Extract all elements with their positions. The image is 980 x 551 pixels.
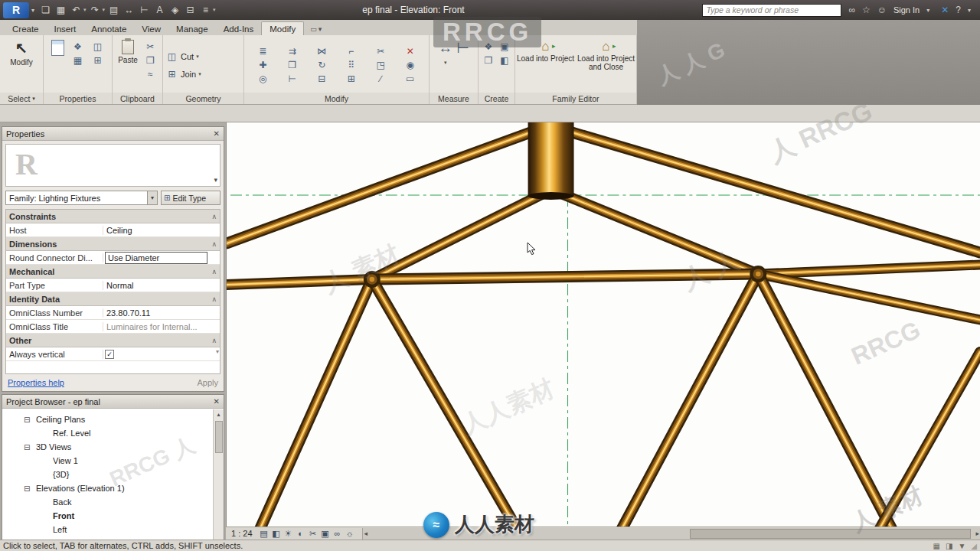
scrollbar-thumb[interactable]: [215, 421, 223, 453]
tree-item-left[interactable]: Left: [2, 523, 213, 536]
user-icon[interactable]: ☺: [877, 5, 887, 15]
type-preview[interactable]: R ▾: [5, 144, 220, 187]
panel-label-properties[interactable]: Properties: [44, 93, 113, 104]
match-type-icon[interactable]: ≈: [144, 68, 157, 80]
tree-item-view-1[interactable]: View 1: [2, 454, 213, 468]
tab-manage[interactable]: Manage: [168, 22, 216, 35]
create-component-icon[interactable]: ❖: [482, 41, 495, 53]
property-row-round-connector[interactable]: Round Connector Di... Use Diameter: [6, 251, 220, 265]
crop-view-icon[interactable]: ✂: [307, 528, 319, 540]
group-header-identity-data[interactable]: Identity Data ∧: [6, 292, 220, 306]
rotate-icon[interactable]: ↻: [309, 59, 335, 71]
measure-icon[interactable]: ↔: [122, 3, 136, 17]
detail-level-icon[interactable]: ▤: [258, 528, 270, 540]
measure-button[interactable]: ↔ ▾: [438, 37, 452, 67]
properties-help-link[interactable]: Properties help: [8, 378, 64, 387]
grid-scroll-down-icon[interactable]: ▾: [216, 348, 219, 355]
default-3d-view-icon[interactable]: ◈: [168, 3, 181, 17]
search-input[interactable]: [702, 4, 841, 17]
preview-caret-icon[interactable]: ▾: [214, 176, 217, 184]
copy-icon[interactable]: ❐: [280, 59, 305, 71]
tree-item-elevations[interactable]: ⊟ Elevations (Elevation 1): [2, 481, 213, 495]
apply-button[interactable]: Apply: [197, 378, 218, 387]
project-browser-header[interactable]: Project Browser - ep final ✕: [2, 395, 224, 409]
hide-isolate-icon[interactable]: ∞: [332, 528, 344, 540]
collapse-chevron-icon[interactable]: ∧: [211, 268, 217, 276]
property-row-host[interactable]: Host Ceiling: [6, 223, 220, 237]
tab-create[interactable]: Create: [5, 22, 47, 35]
help-caret-icon[interactable]: ▾: [968, 7, 971, 14]
tree-item-back[interactable]: Back: [2, 495, 213, 509]
sign-in-caret-icon[interactable]: ▾: [926, 7, 929, 14]
group-header-mechanical[interactable]: Mechanical ∧: [6, 265, 220, 279]
properties-close-icon[interactable]: ✕: [214, 129, 220, 138]
panel-label-measure[interactable]: Measure: [430, 93, 479, 104]
collapse-chevron-icon[interactable]: ∧: [211, 213, 217, 220]
create-similar-icon[interactable]: ❐: [482, 54, 495, 67]
properties-button[interactable]: [51, 37, 64, 56]
redo-caret-icon[interactable]: ▾: [103, 7, 106, 13]
align-icon[interactable]: ≣: [250, 45, 276, 57]
copy-to-clipboard-icon[interactable]: ❐: [144, 54, 157, 67]
group-header-dimensions[interactable]: Dimensions ∧: [6, 237, 220, 251]
scroll-up-icon[interactable]: ▴: [217, 409, 220, 419]
project-browser-close-icon[interactable]: ✕: [214, 397, 220, 406]
panel-label-family-editor[interactable]: Family Editor: [515, 93, 637, 104]
unpin-icon[interactable]: ◎: [250, 73, 276, 85]
print-icon[interactable]: ▤: [107, 3, 120, 17]
open-icon[interactable]: ❏: [39, 3, 52, 17]
redo-icon[interactable]: ↷: [89, 3, 102, 17]
tree-item-front[interactable]: Front: [2, 509, 213, 523]
tree-item-ref-level[interactable]: Ref. Level: [2, 426, 213, 440]
shadows-icon[interactable]: ◐: [295, 528, 307, 540]
create-group-icon[interactable]: ▣: [498, 41, 511, 53]
tree-item-3d-views[interactable]: ⊟ 3D Views: [2, 440, 213, 454]
search-binoculars-icon[interactable]: ∞: [848, 5, 855, 15]
split-icon[interactable]: ✂: [368, 45, 394, 57]
modify-button[interactable]: ↖ Modify: [10, 37, 32, 67]
load-into-project-button[interactable]: ⌂▸ Load into Project: [516, 37, 575, 63]
scroll-left-icon[interactable]: ◂: [364, 528, 368, 540]
extend-icon[interactable]: ⊢: [280, 73, 305, 85]
cut-geometry-button[interactable]: ◫ Cut ▾: [163, 47, 243, 65]
undo-icon[interactable]: ↶: [70, 3, 83, 17]
collapse-chevron-icon[interactable]: ∧: [211, 337, 217, 344]
hscrollbar-thumb[interactable]: [690, 529, 971, 539]
tree-item-3d[interactable]: {3D}: [2, 468, 213, 481]
tab-insert[interactable]: Insert: [47, 22, 84, 35]
join-icon[interactable]: ⊞: [339, 73, 364, 85]
sun-path-icon[interactable]: ☀: [283, 528, 295, 540]
section-box-icon[interactable]: ⊟: [309, 73, 335, 85]
tab-addins[interactable]: Add-Ins: [216, 22, 262, 35]
properties-palette-header[interactable]: Properties ✕: [2, 127, 224, 141]
paste-button[interactable]: Paste: [118, 37, 138, 64]
tab-annotate[interactable]: Annotate: [83, 22, 134, 35]
type-selector[interactable]: Family: Lighting Fixtures ▾: [5, 191, 158, 205]
worksets-icon[interactable]: ▦: [933, 542, 939, 550]
app-menu-caret-icon[interactable]: ▾: [31, 7, 34, 14]
reveal-hidden-icon[interactable]: ☼: [344, 528, 356, 540]
qat-customize-caret-icon[interactable]: ▾: [213, 7, 216, 13]
tab-view[interactable]: View: [134, 22, 168, 35]
browser-scrollbar[interactable]: ▴ ▾: [213, 409, 224, 549]
thin-lines-icon[interactable]: ≡: [199, 3, 212, 17]
panel-label-select[interactable]: Select ▾: [0, 93, 44, 104]
delete-icon[interactable]: ✕: [398, 45, 423, 57]
panel-label-modify[interactable]: Modify: [244, 93, 430, 104]
group-header-constraints[interactable]: Constraints ∧: [6, 210, 220, 223]
text-icon[interactable]: A: [153, 3, 166, 17]
favorites-star-icon[interactable]: ☆: [862, 5, 871, 15]
create-void-icon[interactable]: ◧: [498, 54, 511, 67]
drawing-area[interactable]: [226, 122, 980, 527]
tree-collapse-icon[interactable]: ⊟: [24, 443, 30, 452]
property-row-always-vertical[interactable]: Always vertical ✓: [6, 347, 220, 361]
save-icon[interactable]: ▦: [54, 3, 67, 17]
panel-label-geometry[interactable]: Geometry: [163, 93, 244, 104]
region-icon[interactable]: ▭: [398, 73, 423, 85]
array-icon[interactable]: ⠿: [339, 59, 364, 71]
round-connector-input[interactable]: Use Diameter: [105, 252, 207, 264]
ribbon-display-toggle[interactable]: ▭ ▾: [310, 25, 322, 35]
edit-type-button[interactable]: ⊞ Edit Type: [161, 191, 220, 205]
selection-filter-icon[interactable]: ▼: [958, 542, 965, 550]
tree-collapse-icon[interactable]: ⊟: [24, 416, 30, 424]
